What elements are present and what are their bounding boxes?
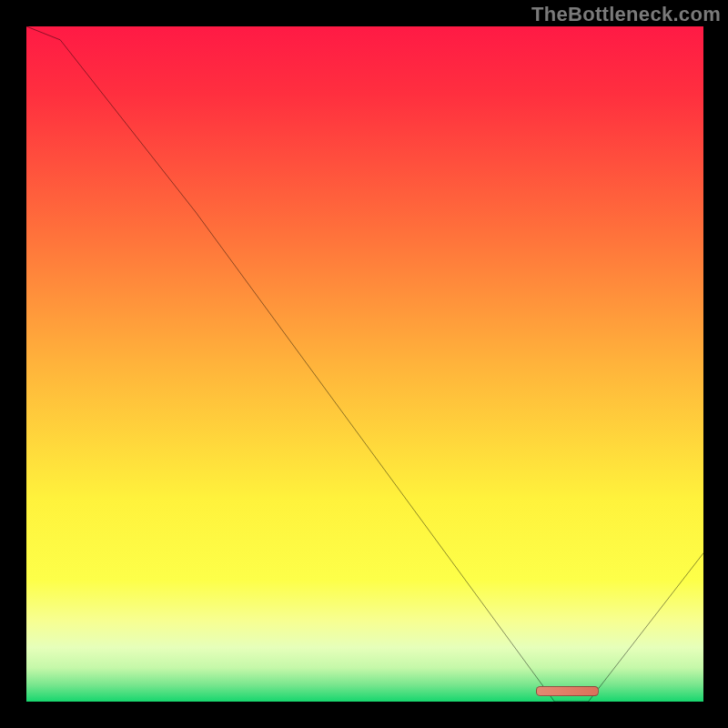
chart-canvas: TheBottleneck.com xyxy=(0,0,728,728)
plot-area xyxy=(25,26,703,703)
heat-gradient-background xyxy=(26,26,703,702)
optimal-range-marker xyxy=(536,686,599,696)
svg-rect-0 xyxy=(26,26,703,702)
attribution-label: TheBottleneck.com xyxy=(531,3,721,26)
